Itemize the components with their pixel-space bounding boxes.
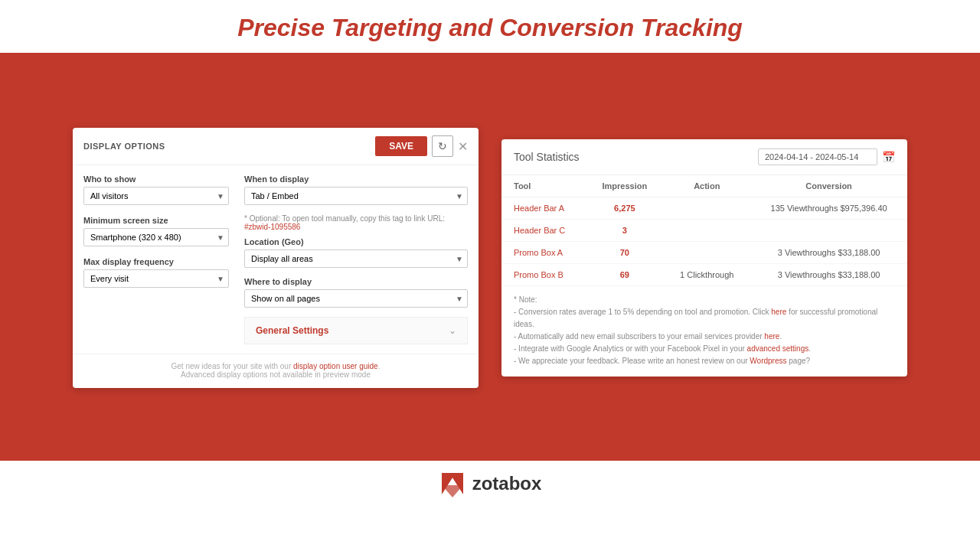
cell-conversion: 3 Viewthroughs $33,188.00 [750,264,907,286]
here-link-2[interactable]: here [764,332,779,341]
tool-link[interactable]: Promo Box B [514,270,564,279]
display-options-panel: DISPLAY OPTIONS SAVE ↻ ✕ Who to show All… [73,128,479,388]
note-line-2: - Conversion rates average 1 to 5% depen… [514,306,895,331]
min-screen-select-wrap: Smartphone (320 x 480) Tablet (768 x 102… [83,228,229,246]
cell-action: 1 Clickthrough [663,264,750,286]
max-display-label: Max display frequency [83,257,229,266]
col-impression: Impression [586,175,663,197]
table-row: Promo Box A703 Viewthroughs $33,188.00 [501,242,907,264]
cell-action [663,197,750,220]
min-screen-group: Minimum screen size Smartphone (320 x 48… [83,216,229,246]
tool-link[interactable]: Promo Box A [514,248,563,257]
svg-marker-2 [442,485,463,497]
cell-conversion: 135 Viewthroughs $975,396.40 [750,197,907,220]
where-to-display-label: Where to display [244,277,468,286]
who-to-show-select-wrap: All visitors New visitors Returning visi… [83,187,229,205]
stats-header: Tool Statistics 📅 [501,139,907,175]
wordpress-link[interactable]: Wordpress [750,357,786,365]
date-range: 📅 [758,148,895,165]
cell-action [663,220,750,242]
optional-note-text: * Optional: To open tool manually, copy … [244,214,445,223]
save-button[interactable]: SAVE [375,136,427,156]
when-to-display-label: When to display [244,174,468,184]
min-screen-label: Minimum screen size [83,216,229,225]
cell-impression: 3 [586,220,663,242]
display-panel-footer: Get new ideas for your site with our dis… [73,354,479,388]
who-to-show-label: Who to show [83,174,229,184]
cell-conversion [750,220,907,242]
location-geo-group: Location (Geo) Display all areas Specifi… [244,237,468,268]
cell-tool: Header Bar C [501,220,586,242]
location-geo-select-wrap: Display all areas Specific countries Spe… [244,249,468,268]
col-tool: Tool [501,175,586,197]
here-link-1[interactable]: here [771,308,786,316]
max-display-select-wrap: Every visit Once per day Once per week O… [83,269,229,288]
cell-tool: Header Bar A [501,197,586,220]
when-to-display-select[interactable]: Tab / Embed Immediately After delay On s… [244,187,468,205]
cell-tool: Promo Box A [501,242,586,264]
note-line-1: * Note: [514,294,895,306]
advanced-settings-link[interactable]: advanced settings [747,344,809,353]
page-footer: zotabox [0,461,980,507]
general-settings-bar[interactable]: General Settings ⌄ [244,317,468,344]
main-section: DISPLAY OPTIONS SAVE ↻ ✕ Who to show All… [0,55,980,461]
note-line-5: - We appreciate your feedback. Please wr… [514,355,895,367]
tool-link[interactable]: Header Bar C [514,226,565,235]
when-to-display-select-wrap: Tab / Embed Immediately After delay On s… [244,187,468,205]
zotabox-logo-icon [439,470,466,497]
who-to-show-select[interactable]: All visitors New visitors Returning visi… [83,187,229,205]
table-row: Header Bar C3 [501,220,907,242]
calendar-icon: 📅 [882,151,895,163]
where-to-display-group: Where to display Show on all pages Speci… [244,277,468,308]
refresh-button[interactable]: ↻ [432,135,453,157]
note-line-3: - Automatically add new email subscriber… [514,331,895,343]
logo-text: zotabox [472,473,542,494]
page-header: Precise Targeting and Conversion Trackin… [0,0,980,55]
cell-tool: Promo Box B [501,264,586,286]
left-column: Who to show All visitors New visitors Re… [83,174,229,344]
where-to-display-select-wrap: Show on all pages Specific pages Homepag… [244,289,468,308]
right-column: When to display Tab / Embed Immediately … [244,174,468,344]
tag-id-link[interactable]: #zbwid-1095586 [244,223,300,231]
tool-link[interactable]: Header Bar A [514,204,564,213]
where-to-display-select[interactable]: Show on all pages Specific pages Homepag… [244,289,468,308]
location-geo-select[interactable]: Display all areas Specific countries Spe… [244,249,468,268]
col-action: Action [663,175,750,197]
cell-impression: 69 [586,264,663,286]
page-title: Precise Targeting and Conversion Trackin… [0,14,980,42]
display-panel-title: DISPLAY OPTIONS [83,142,165,151]
footer-text-1: Get new ideas for your site with our dis… [83,362,468,370]
general-settings-label: General Settings [256,325,328,336]
who-to-show-group: Who to show All visitors New visitors Re… [83,174,229,205]
cell-impression: 6,275 [586,197,663,220]
when-to-display-group: When to display Tab / Embed Immediately … [244,174,468,205]
display-panel-actions: SAVE ↻ ✕ [375,135,468,157]
cell-impression: 70 [586,242,663,264]
table-header-row: Tool Impression Action Conversion [501,175,907,197]
note-line-4: - Integrate with Google Analytics or wit… [514,343,895,355]
table-row: Promo Box B691 Clickthrough3 Viewthrough… [501,264,907,286]
cell-action [663,242,750,264]
zotabox-logo: zotabox [439,470,542,497]
stats-title: Tool Statistics [514,151,580,163]
chevron-down-icon: ⌄ [449,325,456,336]
optional-note: * Optional: To open tool manually, copy … [244,214,468,231]
col-conversion: Conversion [750,175,907,197]
display-panel-header: DISPLAY OPTIONS SAVE ↻ ✕ [73,128,479,165]
table-row: Header Bar A6,275135 Viewthroughs $975,3… [501,197,907,220]
stats-note: * Note: - Conversion rates average 1 to … [501,286,907,375]
footer-text-2: Advanced display options not available i… [83,370,468,379]
max-display-select[interactable]: Every visit Once per day Once per week O… [83,269,229,288]
cell-conversion: 3 Viewthroughs $33,188.00 [750,242,907,264]
display-panel-body: Who to show All visitors New visitors Re… [73,165,479,354]
stats-table: Tool Impression Action Conversion Header… [501,175,907,286]
close-button[interactable]: ✕ [458,139,468,154]
date-range-input[interactable] [758,148,877,165]
min-screen-select[interactable]: Smartphone (320 x 480) Tablet (768 x 102… [83,228,229,246]
display-option-user-guide-link[interactable]: display option user guide [293,362,378,370]
max-display-group: Max display frequency Every visit Once p… [83,257,229,288]
location-geo-label: Location (Geo) [244,237,468,246]
tool-statistics-panel: Tool Statistics 📅 Tool Impression Action… [501,139,907,377]
